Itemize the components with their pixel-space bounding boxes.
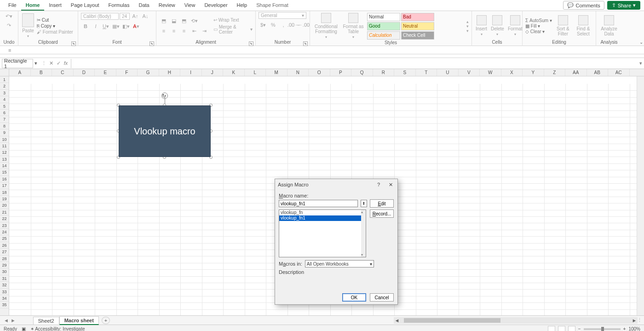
row-header[interactable]: 14 xyxy=(0,163,9,169)
style-checkcell[interactable]: Check Cell xyxy=(401,31,434,40)
gallery-down-button[interactable]: ▾ xyxy=(466,24,469,29)
comma-button[interactable]: , xyxy=(279,21,288,29)
col-header[interactable]: AB xyxy=(587,69,609,76)
row-header[interactable]: 3 xyxy=(0,90,9,96)
col-header[interactable]: J xyxy=(202,69,224,76)
sort-filter-button[interactable]: Sort & Filter xyxy=(554,14,572,37)
ref-collapse-button[interactable]: ⬆ xyxy=(361,200,367,207)
edit-button[interactable]: Edit xyxy=(370,199,394,208)
dialog-titlebar[interactable]: Assign Macro ? ✕ xyxy=(275,179,397,190)
decrease-decimal-button[interactable]: ←.00 xyxy=(299,21,308,29)
macro-rec-icon[interactable]: ▣ xyxy=(22,326,26,331)
fx-button[interactable]: fx xyxy=(63,60,69,66)
cell-styles-gallery[interactable]: Normal Bad Good Neutral Calculation Chec… xyxy=(367,13,464,40)
horizontal-scrollbar[interactable]: ◄ ► xyxy=(394,317,638,324)
vertical-scrollbar[interactable] xyxy=(637,76,644,315)
accounting-button[interactable]: $▾ xyxy=(259,21,268,29)
comments-button[interactable]: 💬 Comments xyxy=(563,1,604,10)
col-header[interactable]: N xyxy=(288,69,309,76)
row-header[interactable]: 28 xyxy=(0,256,9,262)
row-header[interactable]: 29 xyxy=(0,262,9,268)
zoom-in-button[interactable]: + xyxy=(623,326,626,331)
row-header[interactable]: 17 xyxy=(0,182,9,189)
redo-button[interactable]: ↷ xyxy=(5,21,14,29)
row-header[interactable]: 26 xyxy=(0,242,9,249)
col-header[interactable]: D xyxy=(74,69,95,76)
row-header[interactable]: 34 xyxy=(0,295,9,302)
row-header[interactable]: 5 xyxy=(0,103,9,110)
tab-review[interactable]: Review xyxy=(154,0,180,11)
tab-home[interactable]: Home xyxy=(21,0,45,11)
tab-shapeformat[interactable]: Shape Format xyxy=(252,0,293,11)
row-header[interactable]: 23 xyxy=(0,222,9,229)
font-name-input[interactable] xyxy=(81,13,119,20)
sheet-tab-macro-sheet[interactable]: Macro sheet xyxy=(59,316,99,325)
column-headers[interactable]: ABCDEFGHIJKLMNOPQRSTUVWXYZAAABAC xyxy=(9,69,644,76)
ribbon-expand-button[interactable]: ⌄ xyxy=(639,40,643,45)
row-header[interactable]: 10 xyxy=(0,136,9,143)
style-normal[interactable]: Normal xyxy=(367,13,400,21)
sheet-nav-next[interactable]: ► xyxy=(11,318,16,323)
border-button[interactable]: ▦▾ xyxy=(111,22,121,30)
col-header[interactable]: M xyxy=(266,69,288,76)
align-bottom-button[interactable]: ⬒ xyxy=(179,17,189,25)
row-header[interactable]: 9 xyxy=(0,129,9,136)
tab-pagelayout[interactable]: Page Layout xyxy=(66,0,104,11)
col-header[interactable]: S xyxy=(394,69,416,76)
fill-color-button[interactable]: ◧▾ xyxy=(121,22,131,30)
formula-expand-button[interactable]: ▾ xyxy=(638,60,644,66)
clear-button[interactable]: ◇ Clear ▾ xyxy=(525,29,552,34)
ok-button[interactable]: OK xyxy=(342,293,366,302)
increase-decimal-button[interactable]: .00→ xyxy=(289,21,298,29)
row-header[interactable]: 33 xyxy=(0,289,9,295)
dialog-close-button[interactable]: ✕ xyxy=(386,182,395,188)
row-header[interactable]: 12 xyxy=(0,149,9,156)
col-header[interactable]: H xyxy=(159,69,181,76)
macro-list[interactable]: vlookup_fn vlookup_fn1 ▴▾ xyxy=(279,209,366,257)
row-header[interactable]: 13 xyxy=(0,156,9,163)
tab-data[interactable]: Data xyxy=(134,0,154,11)
record-button[interactable]: Record... xyxy=(370,209,394,218)
row-header[interactable]: 7 xyxy=(0,116,9,122)
col-header[interactable]: C xyxy=(52,69,74,76)
col-header[interactable]: G xyxy=(138,69,159,76)
col-header[interactable]: AA xyxy=(565,69,587,76)
delete-cells-button[interactable]: Delete▾ xyxy=(490,14,505,37)
paste-button[interactable]: Paste ▾ xyxy=(21,12,35,39)
decrease-font-button[interactable]: A↓ xyxy=(141,12,150,20)
col-header[interactable]: K xyxy=(223,69,245,76)
enter-formula-button[interactable]: ✓ xyxy=(55,60,62,66)
percent-button[interactable]: % xyxy=(269,21,278,29)
namebox-split[interactable]: ⋮ xyxy=(40,60,47,66)
indent-dec-button[interactable]: ⇤ xyxy=(190,27,199,35)
col-header[interactable]: X xyxy=(501,69,523,76)
name-box[interactable]: Rectangle 1 xyxy=(2,59,33,68)
row-header[interactable]: 18 xyxy=(0,189,9,196)
number-format-select[interactable]: General▾ xyxy=(259,12,306,19)
row-header[interactable]: 1 xyxy=(0,76,9,83)
undo-button[interactable]: ↶▾ xyxy=(5,12,14,20)
tab-developer[interactable]: Developer xyxy=(200,0,232,11)
row-header[interactable]: 22 xyxy=(0,215,9,222)
align-middle-button[interactable]: ⬓ xyxy=(169,17,178,25)
format-as-table-button[interactable]: Format as Table▾ xyxy=(341,12,365,40)
tab-file[interactable]: File xyxy=(4,0,21,11)
zoom-out-button[interactable]: − xyxy=(578,326,581,331)
wrap-text-button[interactable]: ↩ Wrap Text xyxy=(213,17,253,23)
col-header[interactable]: A xyxy=(9,69,31,76)
row-header[interactable]: 31 xyxy=(0,275,9,282)
col-header[interactable]: W xyxy=(480,69,501,76)
row-header[interactable]: 20 xyxy=(0,202,9,209)
cancel-button[interactable]: Cancel xyxy=(370,293,394,302)
font-size-input[interactable] xyxy=(120,13,130,20)
row-header[interactable]: 6 xyxy=(0,110,9,116)
style-neutral[interactable]: Neutral xyxy=(401,22,434,30)
row-header[interactable]: 30 xyxy=(0,268,9,275)
copy-button[interactable]: ⎘ Copy ▾ xyxy=(37,23,73,29)
insert-cells-button[interactable]: Insert▾ xyxy=(475,14,488,37)
increase-font-button[interactable]: A↑ xyxy=(131,12,140,20)
orientation-button[interactable]: ⟲▾ xyxy=(190,17,199,25)
col-header[interactable]: E xyxy=(95,69,116,76)
col-header[interactable]: F xyxy=(116,69,138,76)
row-header[interactable]: 19 xyxy=(0,196,9,202)
